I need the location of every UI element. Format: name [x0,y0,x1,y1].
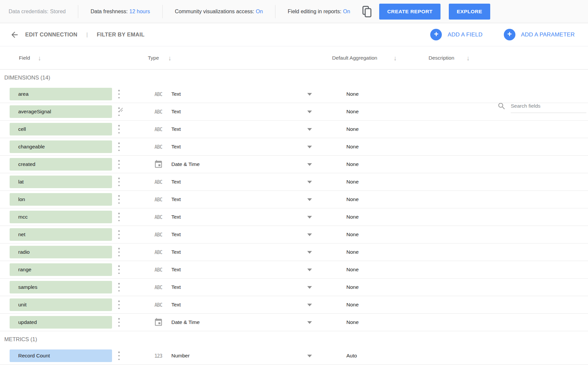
field-chip[interactable]: radio [10,246,112,258]
create-report-button[interactable]: CREATE REPORT [379,4,441,20]
dropdown-arrow-icon [307,216,312,219]
more-options-icon[interactable] [117,351,121,360]
aggregation-value[interactable]: None [346,179,359,185]
type-label: Text [171,126,181,132]
type-dropdown[interactable]: ABCText [154,261,317,278]
more-options-icon[interactable] [117,178,121,186]
more-options-icon[interactable] [117,230,121,239]
field-row: mccABCTextNone [0,208,588,226]
column-header-type[interactable]: Type [148,55,159,61]
field-chip[interactable]: lat [10,176,112,188]
field-chip[interactable]: samples [10,281,112,293]
aggregation-value[interactable]: None [346,214,359,220]
sort-arrow-icon[interactable]: ↓ [393,54,397,62]
more-options-icon[interactable] [117,195,121,204]
more-options-icon[interactable] [117,265,121,274]
type-dropdown[interactable]: ABCText [154,103,317,120]
aggregation-value[interactable]: Auto [346,353,357,359]
divider [162,5,163,18]
aggregation-value[interactable]: None [346,126,359,132]
more-options-icon[interactable] [117,125,121,133]
more-options-icon[interactable] [117,160,121,169]
edit-connection-link[interactable]: EDIT CONNECTION [25,31,78,38]
type-dropdown[interactable]: ABCText [154,191,317,208]
field-name: unit [18,302,27,308]
more-options-icon[interactable] [117,318,121,327]
add-a-parameter-button[interactable]: + ADD A PARAMETER [504,29,575,40]
field-row: latABCTextNone [0,173,588,191]
field-row: createdDate & TimeNone [0,156,588,173]
type-dropdown[interactable]: Date & Time [154,156,317,173]
type-dropdown[interactable]: ABCText [154,279,317,296]
type-dropdown[interactable]: ABCText [154,208,317,226]
field-editing-value[interactable]: On [343,9,350,15]
dropdown-arrow-icon [307,304,312,306]
field-chip[interactable]: lon [10,193,112,206]
field-name: averageSignal [18,109,51,115]
type-dropdown[interactable]: Date & Time [154,314,317,331]
aggregation-value[interactable]: None [346,91,359,97]
more-options-icon[interactable] [117,300,121,309]
aggregation-value[interactable]: None [346,302,359,308]
field-row: averageSignalABCTextNone [0,103,588,121]
sort-arrow-icon[interactable]: ↓ [466,54,470,62]
field-name: cell [18,126,26,132]
field-chip[interactable]: area [10,88,112,100]
aggregation-value[interactable]: None [346,284,359,290]
field-chip[interactable]: averageSignal [10,105,112,118]
sort-arrow-icon[interactable]: ↓ [168,54,171,62]
more-options-icon[interactable] [117,107,121,116]
aggregation-value[interactable]: None [346,319,359,325]
data-credentials-value: Stored [50,9,66,15]
more-options-icon[interactable] [117,283,121,291]
type-dropdown[interactable]: ABCText [154,121,317,138]
type-dropdown[interactable]: ABCText [154,296,317,313]
community-viz-label: Community visualizations access: [175,9,254,15]
column-header-description[interactable]: Description [429,55,454,61]
dropdown-arrow-icon [307,146,312,148]
community-viz-value[interactable]: On [256,9,263,15]
type-dropdown[interactable]: ABCText [154,173,317,190]
type-dropdown[interactable]: 123Number [154,347,317,364]
type-dropdown[interactable]: ABCText [154,138,317,155]
aggregation-value[interactable]: None [346,144,359,150]
field-chip[interactable]: updated [10,316,112,329]
field-name: radio [18,249,29,255]
aggregation-value[interactable]: None [346,267,359,273]
column-header-field[interactable]: Field [19,55,30,61]
type-label: Text [171,91,181,97]
add-a-field-button[interactable]: + ADD A FIELD [430,29,482,40]
aggregation-value[interactable]: None [346,196,359,202]
sort-arrow-icon[interactable]: ↓ [38,54,41,62]
more-options-icon[interactable] [117,142,121,151]
field-chip[interactable]: Record Count [10,349,112,362]
aggregation-value[interactable]: None [346,249,359,255]
dropdown-arrow-icon [307,111,312,113]
type-dropdown[interactable]: ABCText [154,243,317,261]
field-chip[interactable]: changeable [10,140,112,153]
more-options-icon[interactable] [117,248,121,256]
back-arrow-icon[interactable] [10,30,20,40]
field-chip[interactable]: range [10,263,112,276]
field-chip[interactable]: created [10,158,112,171]
copy-icon[interactable] [361,5,373,18]
field-chip[interactable]: unit [10,298,112,311]
filter-by-email-link[interactable]: FILTER BY EMAIL [97,31,145,38]
dropdown-arrow-icon [307,181,312,184]
type-dropdown[interactable]: ABCText [154,85,317,103]
plus-icon: + [504,29,515,40]
more-options-icon[interactable] [117,90,121,98]
type-dropdown[interactable]: ABCText [154,226,317,243]
column-header-aggregation[interactable]: Default Aggregation [332,55,377,61]
field-chip[interactable]: net [10,228,112,241]
more-options-icon[interactable] [117,213,121,221]
aggregation-value[interactable]: None [346,161,359,167]
aggregation-value[interactable]: None [346,109,359,115]
field-chip[interactable]: mcc [10,211,112,223]
dropdown-arrow-icon [307,128,312,131]
aggregation-value[interactable]: None [346,232,359,237]
field-chip[interactable]: cell [10,123,112,135]
explore-button[interactable]: EXPLORE [449,4,490,20]
divider [275,5,275,18]
data-freshness-value[interactable]: 12 hours [129,9,150,15]
